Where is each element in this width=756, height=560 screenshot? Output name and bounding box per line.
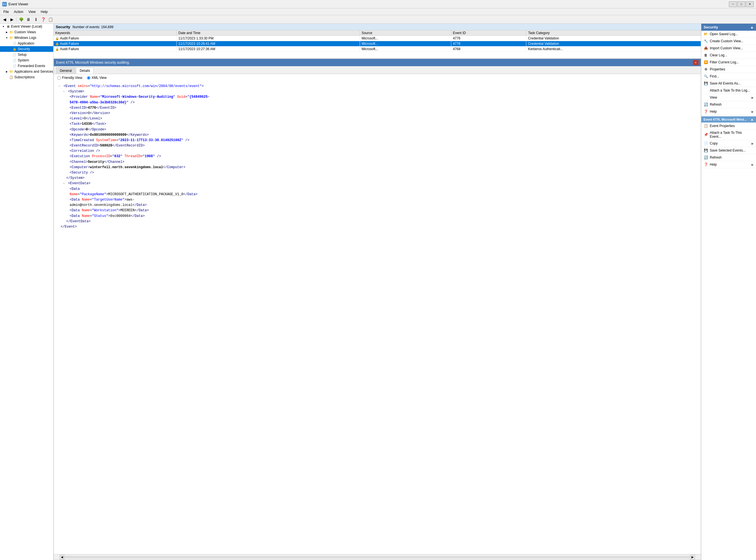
new-window-button[interactable]: 🖥 — [25, 16, 32, 22]
sidebar-item-security[interactable]: 🔒 Security — [0, 46, 53, 52]
action-icon: 📌 — [703, 133, 708, 137]
sidebar-item-application[interactable]: 📄 Application — [0, 41, 53, 46]
action-icon: ⚙ — [703, 67, 708, 72]
tab-general[interactable]: General — [56, 67, 76, 74]
action-label: Attach a Task To this Log... — [710, 88, 750, 93]
action-arrow-icon: ▶ — [752, 96, 754, 99]
forward-button[interactable]: ▶ — [8, 16, 15, 22]
xml-line: <Execution ProcessID="632" ThreadID="190… — [58, 154, 696, 159]
show-scope-button[interactable]: 🌳 — [18, 16, 24, 22]
action-item[interactable]: 📥 Import Custom View... — [701, 45, 756, 52]
maximize-button[interactable]: □ — [737, 1, 745, 7]
tree-arrow-subs — [4, 76, 9, 79]
friendly-view-radio[interactable] — [57, 76, 61, 80]
table-row[interactable]: 🔒 Audit Failure 11/17/2023 1:33:30 PM Mi… — [54, 36, 701, 41]
sidebar-item-custom-views[interactable]: ▶ 📁 Custom Views — [0, 29, 53, 35]
sidebar-item-forwarded-events[interactable]: 📄 Forwarded Events — [0, 63, 53, 69]
action-icon: ❓ — [703, 109, 708, 114]
cell-eventid: 4776 — [451, 41, 526, 46]
action-item[interactable]: View ▶ — [701, 94, 756, 101]
col-keywords[interactable]: Keywords — [54, 31, 176, 36]
action-icon: 🔽 — [703, 60, 708, 64]
dialog-tabs: General Details — [54, 66, 701, 74]
close-button[interactable]: ✕ — [746, 1, 754, 7]
xml-expand-eventdata[interactable]: – — [63, 181, 65, 185]
menu-file[interactable]: File — [1, 9, 11, 14]
action-item[interactable]: 📌 Attach a Task To This Event... — [701, 129, 756, 140]
action-label: Event Properties — [710, 124, 735, 128]
col-source[interactable]: Source — [360, 31, 451, 36]
action-item[interactable]: 💾 Save All Events As... — [701, 80, 756, 87]
action-item[interactable]: 🔄 Refresh — [701, 154, 756, 161]
action-item[interactable]: 🔍 Find... — [701, 73, 756, 80]
new-view-button[interactable]: 📋 — [47, 16, 54, 22]
xml-line: <Version>0</Version> — [58, 111, 696, 116]
action-item[interactable]: Attach a Task To this Log... — [701, 87, 756, 94]
sidebar-item-system[interactable]: 📄 System — [0, 58, 53, 63]
actions-section-chevron-1: ▲ — [750, 25, 754, 29]
actions-section-header-1: Security ▲ — [701, 24, 756, 31]
xml-content[interactable]: – <Event xmlns="http://schemas.microsoft… — [54, 81, 701, 554]
action-label: Refresh — [710, 102, 722, 106]
minimize-button[interactable]: ─ — [729, 1, 737, 7]
back-button[interactable]: ◀ — [1, 16, 8, 22]
action-item[interactable]: 📋 Event Properties — [701, 122, 756, 129]
events-count-value: 164,699 — [101, 25, 113, 29]
action-item[interactable]: ❓ Help ▶ — [701, 161, 756, 168]
action-item[interactable]: 📂 Open Saved Log... — [701, 31, 756, 38]
sidebar-item-subscriptions[interactable]: 📋 Subscriptions — [0, 74, 53, 80]
actions-section-chevron-2: ▲ — [750, 118, 754, 121]
xml-line: <Provider Name="Microsoft-Windows-Securi… — [58, 94, 696, 100]
menu-view[interactable]: View — [26, 9, 38, 14]
action-item[interactable]: 🔧 Create Custom View... — [701, 38, 756, 45]
sidebar-item-apps-services[interactable]: ▶ 📁 Applications and Services Lo — [0, 69, 53, 74]
apps-services-icon: 📁 — [9, 69, 14, 74]
tree-arrow-apps: ▶ — [4, 71, 9, 73]
horizontal-scrollbar[interactable]: ◀ ▶ — [54, 554, 701, 560]
actions-panel: Security ▲ 📂 Open Saved Log... 🔧 Create … — [701, 24, 756, 560]
action-item[interactable]: 🔽 Filter Current Log... — [701, 59, 756, 66]
hscroll-right-button[interactable]: ▶ — [690, 555, 695, 560]
sidebar-item-setup[interactable]: 📄 Setup — [0, 52, 53, 58]
tab-details[interactable]: Details — [76, 67, 94, 74]
col-eventid[interactable]: Event ID — [451, 31, 526, 36]
dialog-body: Friendly View XML View – <Event xmlns="h… — [54, 74, 701, 560]
sidebar-item-windows-logs[interactable]: ▼ 📁 Windows Logs — [0, 35, 53, 41]
action-item[interactable]: 🗑 Clear Log... — [701, 52, 756, 59]
tree-arrow-windows-logs: ▼ — [4, 37, 9, 39]
properties-button[interactable]: ℹ — [33, 16, 39, 22]
menu-help[interactable]: Help — [39, 9, 50, 14]
hscroll-track[interactable] — [64, 556, 690, 558]
col-taskcategory[interactable]: Task Category — [526, 31, 701, 36]
sidebar-item-event-viewer[interactable]: ▼ 🖥 Event Viewer (Local) — [0, 24, 53, 29]
event-detail-dialog: Event 4776, Microsoft Windows security a… — [54, 59, 701, 560]
xml-line: <EventID>4776</EventID> — [58, 105, 696, 111]
event-table-container[interactable]: Keywords Date and Time Source Event ID T… — [54, 31, 701, 59]
help-button[interactable]: ❓ — [40, 16, 46, 22]
table-row[interactable]: 🔒 Audit Failure 11/17/2023 10:28:41 AM M… — [54, 41, 701, 46]
xml-line: <Keywords>0x8010000000000000</Keywords> — [58, 133, 696, 138]
tree-arrow-app — [8, 42, 13, 45]
cell-taskcategory: Kerberos Authenticati... — [526, 46, 701, 52]
table-row[interactable]: 🔒 Audit Failure 11/17/2023 10:27:36 AM M… — [54, 46, 701, 52]
xml-view-option[interactable]: XML View — [87, 76, 106, 80]
action-icon: 🔧 — [703, 39, 708, 43]
action-item[interactable]: 💾 Save Selected Events... — [701, 147, 756, 154]
friendly-view-option[interactable]: Friendly View — [57, 76, 82, 80]
col-datetime[interactable]: Date and Time — [176, 31, 360, 36]
xml-view-radio[interactable] — [87, 76, 91, 80]
dialog-close-button[interactable]: × — [693, 60, 698, 65]
action-icon: ❓ — [703, 162, 708, 167]
hscroll-left-button[interactable]: ◀ — [59, 555, 64, 560]
xml-line: 5478-4994-a5ba-3e3b0328c30d}" /> — [58, 100, 696, 105]
action-item[interactable]: ❓ Help ▶ — [701, 108, 756, 115]
action-item[interactable]: ⚙ Properties — [701, 66, 756, 73]
action-item[interactable]: 🔄 Refresh — [701, 101, 756, 108]
menu-action[interactable]: Action — [12, 9, 25, 14]
main-container: ▼ 🖥 Event Viewer (Local) ▶ 📁 Custom View… — [0, 24, 756, 560]
xml-expand-system[interactable]: – — [63, 89, 65, 94]
action-label: Properties — [710, 67, 725, 71]
subscriptions-icon: 📋 — [9, 75, 14, 79]
xml-expand[interactable]: – — [58, 84, 60, 88]
action-item[interactable]: 📄 Copy ▶ — [701, 140, 756, 147]
